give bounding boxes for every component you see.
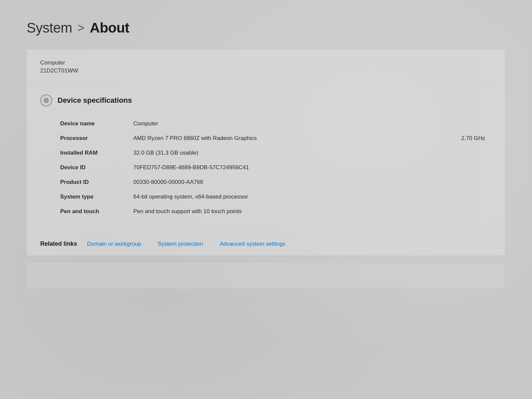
spec-value-wrapper: 70FED757-D89E-4689-B9DB-57C724956C41	[133, 164, 485, 171]
bottom-card	[27, 262, 505, 289]
spec-value-wrapper: Computer	[133, 120, 485, 127]
spec-label: Pen and touch	[60, 208, 133, 215]
spec-value-wrapper: AMD Ryzen 7 PRO 6860Z with Radeon Graphi…	[133, 135, 485, 142]
spec-value: Pen and touch support with 10 touch poin…	[133, 208, 485, 215]
device-specs-section: Device specifications Device nameCompute…	[27, 84, 505, 232]
device-icon	[40, 94, 52, 106]
breadcrumb-about: About	[90, 20, 129, 36]
computer-label: Computer	[40, 60, 492, 66]
device-specs-header: Device specifications	[40, 94, 492, 106]
spec-label: Installed RAM	[60, 150, 133, 156]
related-link-0[interactable]: Domain or workgroup	[87, 241, 141, 247]
spec-value: Computer	[133, 120, 485, 127]
spec-value-wrapper: 32.0 GB (31.3 GB usable)	[133, 150, 485, 156]
spec-row: System type64-bit operating system, x64-…	[60, 190, 485, 204]
breadcrumb: System > About	[27, 20, 505, 36]
spec-label: Device name	[60, 120, 133, 127]
device-icon-inner	[44, 98, 49, 103]
spec-label: Device ID	[60, 164, 133, 171]
related-links-container: Domain or workgroupSystem protectionAdva…	[87, 241, 302, 247]
spec-value: 00330-80000-00000-AA768	[133, 179, 485, 186]
spec-row: Device ID70FED757-D89E-4689-B9DB-57C7249…	[60, 160, 485, 175]
spec-row: Device nameComputer	[60, 116, 485, 131]
spec-value-wrapper: 00330-80000-00000-AA768	[133, 179, 485, 186]
related-links-section: Related links Domain or workgroupSystem …	[27, 232, 505, 255]
specs-table: Device nameComputerProcessorAMD Ryzen 7 …	[40, 116, 492, 225]
related-links-label: Related links	[40, 240, 77, 247]
spec-label: Product ID	[60, 179, 133, 186]
dots-decoration	[485, 50, 505, 255]
breadcrumb-separator: >	[77, 21, 84, 35]
breadcrumb-system: System	[27, 20, 72, 36]
computer-value: 21D2CT01WW	[40, 67, 492, 74]
related-link-2[interactable]: Advanced system settings	[220, 241, 285, 247]
spec-row: Product ID00330-80000-00000-AA768	[60, 175, 485, 190]
spec-value-extra: 2.70 GHz	[461, 135, 485, 142]
spec-value: 32.0 GB (31.3 GB usable)	[133, 150, 485, 156]
spec-value: 64-bit operating system, x64-based proce…	[133, 194, 485, 200]
computer-section: Computer 21D2CT01WW	[27, 50, 505, 84]
related-link-1[interactable]: System protection	[158, 241, 203, 247]
spec-row: Pen and touchPen and touch support with …	[60, 204, 485, 219]
spec-value: AMD Ryzen 7 PRO 6860Z with Radeon Graphi…	[133, 135, 441, 142]
main-content-card: Computer 21D2CT01WW Device specification…	[27, 49, 505, 256]
device-specs-title: Device specifications	[58, 96, 132, 105]
spec-value: 70FED757-D89E-4689-B9DB-57C724956C41	[133, 164, 485, 171]
spec-value-wrapper: Pen and touch support with 10 touch poin…	[133, 208, 485, 215]
spec-row: ProcessorAMD Ryzen 7 PRO 6860Z with Rade…	[60, 131, 485, 146]
spec-row: Installed RAM32.0 GB (31.3 GB usable)	[60, 146, 485, 160]
spec-label: Processor	[60, 135, 133, 142]
spec-label: System type	[60, 194, 133, 200]
spec-value-wrapper: 64-bit operating system, x64-based proce…	[133, 194, 485, 200]
